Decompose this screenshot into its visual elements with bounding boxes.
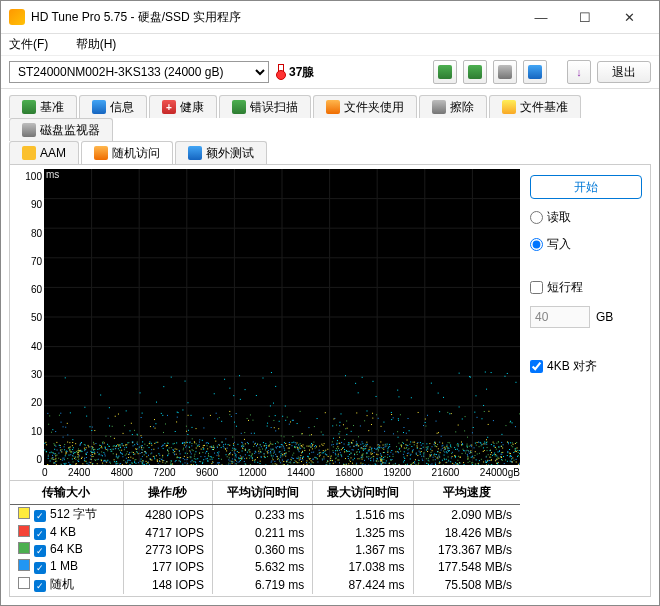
svg-rect-307 [509, 449, 510, 450]
svg-rect-1178 [97, 463, 98, 464]
svg-rect-1689 [325, 412, 326, 413]
svg-rect-957 [90, 455, 91, 456]
check-4kb-align[interactable]: 4KB 对齐 [530, 358, 642, 375]
svg-rect-1411 [197, 458, 198, 459]
svg-rect-453 [130, 460, 131, 461]
svg-rect-750 [194, 442, 195, 443]
tab-aam[interactable]: AAM [9, 141, 79, 164]
screenshot-button[interactable] [493, 60, 517, 84]
svg-rect-1271 [340, 454, 341, 455]
svg-rect-474 [312, 448, 313, 449]
svg-rect-1202 [435, 442, 436, 443]
svg-rect-1210 [65, 452, 66, 453]
svg-rect-1059 [386, 460, 387, 461]
svg-rect-1380 [395, 464, 396, 465]
tab-extra-tests[interactable]: 额外测试 [175, 141, 267, 164]
svg-rect-1595 [241, 458, 242, 459]
copy-results-button[interactable] [463, 60, 487, 84]
tab-error-scan[interactable]: 错误扫描 [219, 95, 311, 118]
svg-rect-1362 [210, 446, 211, 447]
svg-rect-1292 [468, 458, 469, 459]
svg-rect-407 [110, 449, 111, 450]
svg-rect-181 [444, 452, 445, 453]
tab-benchmark[interactable]: 基准 [9, 95, 77, 118]
svg-rect-71 [87, 463, 88, 464]
svg-rect-234 [376, 454, 377, 455]
exit-button[interactable]: 退出 [597, 61, 651, 83]
svg-rect-1363 [107, 460, 108, 461]
tab-health[interactable]: +健康 [149, 95, 217, 118]
svg-rect-1683 [360, 448, 361, 449]
svg-rect-1723 [314, 426, 315, 427]
svg-rect-251 [511, 458, 512, 459]
svg-rect-1777 [405, 444, 406, 445]
svg-rect-845 [241, 446, 242, 447]
menu-file[interactable]: 文件(F) [9, 37, 60, 51]
svg-rect-1580 [52, 452, 53, 453]
svg-rect-1000 [257, 443, 258, 444]
tab-folder-usage[interactable]: 文件夹使用 [313, 95, 417, 118]
svg-rect-158 [91, 459, 92, 460]
svg-rect-512 [193, 461, 194, 462]
save-button[interactable]: ↓ [567, 60, 591, 84]
svg-rect-1064 [398, 443, 399, 444]
svg-rect-726 [225, 448, 226, 449]
svg-rect-1785 [381, 426, 382, 427]
svg-rect-1781 [248, 420, 249, 421]
svg-rect-1828 [199, 439, 200, 440]
svg-rect-1355 [384, 462, 385, 463]
start-button[interactable]: 开始 [530, 175, 642, 199]
svg-rect-1897 [163, 386, 164, 387]
svg-rect-150 [302, 458, 303, 459]
svg-rect-560 [269, 444, 270, 445]
svg-rect-596 [110, 463, 111, 464]
tab-disk-monitor[interactable]: 磁盘监视器 [9, 118, 113, 141]
svg-rect-112 [168, 453, 169, 454]
svg-rect-1518 [212, 461, 213, 462]
drive-select[interactable]: ST24000NM002H-3KS133 (24000 gB) [9, 61, 269, 83]
svg-rect-1565 [238, 462, 239, 463]
svg-rect-1145 [68, 462, 69, 463]
radio-write[interactable]: 写入 [530, 236, 642, 253]
svg-rect-673 [89, 446, 90, 447]
check-short-stroke[interactable]: 短行程 [530, 279, 642, 296]
svg-rect-379 [242, 445, 243, 446]
svg-rect-471 [383, 457, 384, 458]
svg-rect-116 [271, 455, 272, 456]
svg-rect-1162 [372, 453, 373, 454]
menu-help[interactable]: 帮助(H) [76, 37, 129, 51]
svg-rect-1661 [371, 424, 372, 425]
settings-button[interactable] [523, 60, 547, 84]
svg-rect-1251 [284, 450, 285, 451]
svg-rect-1511 [195, 451, 196, 452]
svg-rect-1631 [346, 420, 347, 421]
file-bench-icon [502, 100, 516, 114]
svg-rect-1705 [458, 425, 459, 426]
svg-rect-1206 [517, 447, 518, 448]
svg-rect-962 [323, 456, 324, 457]
maximize-button[interactable]: ☐ [563, 2, 607, 32]
tab-file-benchmark[interactable]: 文件基准 [489, 95, 581, 118]
radio-read[interactable]: 读取 [530, 209, 642, 226]
svg-rect-1867 [425, 426, 426, 427]
minimize-button[interactable]: — [519, 2, 563, 32]
svg-rect-1510 [88, 445, 89, 446]
svg-rect-999 [382, 459, 383, 460]
svg-rect-1122 [346, 464, 347, 465]
svg-rect-212 [227, 456, 228, 457]
svg-rect-884 [178, 460, 179, 461]
svg-rect-764 [515, 449, 516, 450]
tab-erase[interactable]: 擦除 [419, 95, 487, 118]
svg-rect-173 [291, 445, 292, 446]
tab-info[interactable]: 信息 [79, 95, 147, 118]
svg-rect-1280 [253, 446, 254, 447]
svg-rect-1005 [184, 462, 185, 463]
copy-info-button[interactable] [433, 60, 457, 84]
svg-rect-1655 [269, 416, 270, 417]
svg-rect-1301 [141, 452, 142, 453]
short-stroke-size[interactable] [530, 306, 590, 328]
close-button[interactable]: ✕ [607, 2, 651, 32]
tab-random-access[interactable]: 随机访问 [81, 141, 173, 164]
svg-rect-1230 [430, 455, 431, 456]
svg-rect-1796 [515, 426, 516, 427]
